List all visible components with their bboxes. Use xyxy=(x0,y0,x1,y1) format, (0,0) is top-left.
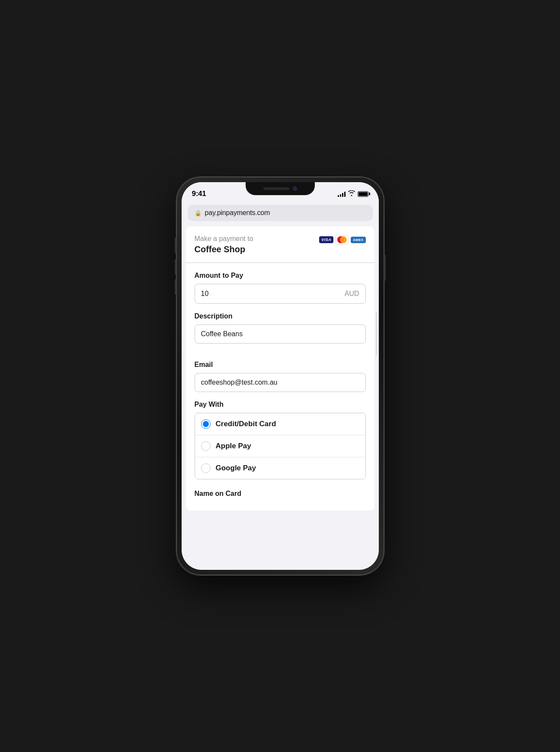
speaker xyxy=(263,187,289,190)
scroll-indicator xyxy=(376,312,377,355)
credit-debit-label: Credit/Debit Card xyxy=(216,420,276,428)
amount-label: Amount to Pay xyxy=(195,272,366,280)
phone-frame: 9:41 🔒 pay.pinpaymen xyxy=(176,177,384,575)
signal-icon xyxy=(338,191,346,197)
pay-with-section: Pay With Credit/Debit Card Apple Pay xyxy=(186,401,374,479)
amount-input[interactable]: 10 AUD xyxy=(195,284,366,304)
description-label: Description xyxy=(195,312,366,320)
camera xyxy=(293,186,297,191)
description-input[interactable] xyxy=(195,325,366,344)
radio-credit-debit[interactable] xyxy=(201,419,211,429)
wifi-icon xyxy=(348,190,355,197)
browser-url: pay.pinpayments.com xyxy=(205,209,270,217)
radio-credit-debit-fill xyxy=(203,421,209,427)
visa-badge: VISA xyxy=(319,236,333,243)
email-input[interactable] xyxy=(195,373,366,392)
radio-google-pay[interactable] xyxy=(201,463,211,473)
status-icons xyxy=(338,190,368,197)
mc-right-circle xyxy=(340,236,347,243)
email-section: Email xyxy=(186,352,374,392)
battery-icon xyxy=(358,191,368,197)
email-label: Email xyxy=(195,361,366,369)
payment-header: Make a payment to Coffee Shop VISA AMEX xyxy=(186,226,374,263)
google-pay-label: Google Pay xyxy=(216,464,256,472)
pay-options-box: Credit/Debit Card Apple Pay Google Pay xyxy=(195,413,366,479)
amount-value: 10 xyxy=(201,290,209,298)
name-on-card-label: Name on Card xyxy=(195,488,366,498)
currency-label: AUD xyxy=(345,290,359,298)
radio-apple-pay[interactable] xyxy=(201,441,211,451)
merchant-name: Coffee Shop xyxy=(195,244,253,254)
address-bar[interactable]: 🔒 pay.pinpayments.com xyxy=(188,205,373,221)
option-apple-pay[interactable]: Apple Pay xyxy=(195,435,365,457)
apple-pay-label: Apple Pay xyxy=(216,442,251,450)
name-on-card-section: Name on Card xyxy=(186,488,374,511)
page-content: Make a payment to Coffee Shop VISA AMEX … xyxy=(186,226,374,511)
card-badges: VISA AMEX xyxy=(319,235,365,244)
pay-with-label: Pay With xyxy=(195,401,366,408)
amex-badge: AMEX xyxy=(351,237,365,243)
lock-icon: 🔒 xyxy=(195,210,202,216)
amount-section: Amount to Pay 10 AUD Description xyxy=(186,263,374,344)
phone-screen: 9:41 🔒 pay.pinpaymen xyxy=(182,182,379,570)
option-credit-debit[interactable]: Credit/Debit Card xyxy=(195,413,365,435)
payment-subtitle: Make a payment to xyxy=(195,235,253,243)
option-google-pay[interactable]: Google Pay xyxy=(195,457,365,479)
mastercard-badge xyxy=(335,235,349,244)
status-time: 9:41 xyxy=(192,190,206,198)
notch xyxy=(246,182,315,195)
payment-title-group: Make a payment to Coffee Shop xyxy=(195,235,253,254)
